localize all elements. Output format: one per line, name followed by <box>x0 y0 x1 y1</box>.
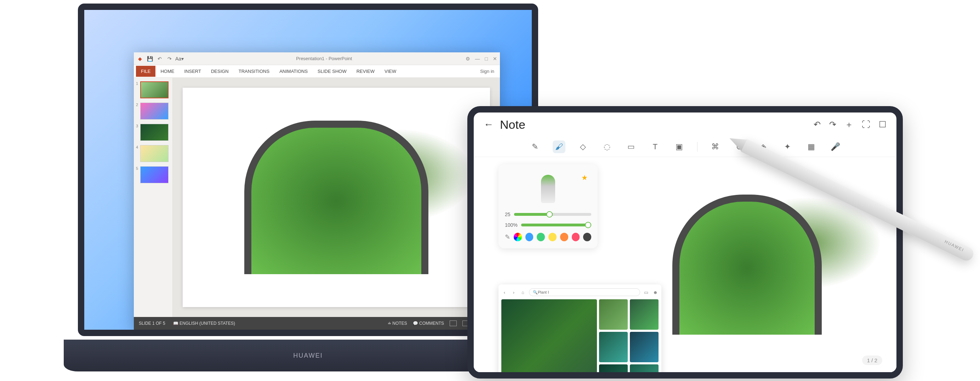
text-tool-icon[interactable]: T <box>649 140 662 153</box>
maximize-button[interactable]: □ <box>485 56 488 62</box>
powerpoint-icon: ◆ <box>137 56 143 62</box>
tab-review[interactable]: REVIEW <box>352 66 380 77</box>
browser-tabs-icon[interactable]: ▭ <box>643 289 649 295</box>
back-icon[interactable]: ← <box>484 119 493 130</box>
color-swatch-orange[interactable] <box>560 233 568 241</box>
slide-thumb-4[interactable]: 4 <box>136 145 170 162</box>
close-button[interactable]: ✕ <box>493 56 497 62</box>
powerpoint-window: ◆ 💾 ↶ ↷ Aa▾ Presentation1 - PowerPoint ⚙… <box>134 52 500 330</box>
slide-canvas-area[interactable] <box>173 78 500 317</box>
image-result-thumb[interactable] <box>599 299 628 330</box>
tab-animations[interactable]: ANIMATIONS <box>274 66 313 77</box>
status-slide-count: SLIDE 1 OF 5 <box>139 321 165 326</box>
brush-opacity-label: 100% <box>505 222 518 228</box>
tab-home[interactable]: HOME <box>156 66 179 77</box>
window-controls: ⚙ — □ ✕ <box>466 56 497 62</box>
touch-mode-icon[interactable]: Aa▾ <box>176 56 183 62</box>
image-result-thumb[interactable] <box>599 332 628 362</box>
add-icon[interactable]: ＋ <box>845 119 853 130</box>
browser-bar: ‹ › ⌂ 🔍 Plant I ▭ ☻ <box>501 287 659 297</box>
note-title: Note <box>500 118 525 132</box>
color-swatch-red[interactable] <box>572 233 580 241</box>
current-slide[interactable] <box>183 88 490 307</box>
slide-thumbnail-panel[interactable]: 1 2 3 4 5 <box>134 78 173 317</box>
pen-tool-icon[interactable]: ✎ <box>528 140 541 153</box>
brush-settings-panel: 25 100% ✎ <box>498 164 598 248</box>
normal-view-icon[interactable] <box>450 321 457 326</box>
brush-opacity-slider[interactable]: 100% <box>505 222 591 228</box>
slide-thumb-1[interactable]: 1 <box>136 81 170 98</box>
slide-thumb-3[interactable]: 3 <box>136 124 170 141</box>
pp-statusbar: SLIDE 1 OF 5 📖 ENGLISH (UNITED STATES) ≐… <box>134 317 500 330</box>
image-results-grid <box>501 299 659 378</box>
tablet-device: ← Note ↶ ↷ ＋ ⛶ ☐ ✎ 🖌 ◇ ◌ ▭ T ▣ ⌘ ⊕ ◈ ✦ ▦… <box>467 106 903 378</box>
color-palette: ✎ <box>505 233 591 241</box>
color-swatch-yellow[interactable] <box>549 233 557 241</box>
image-result-thumb[interactable] <box>630 364 659 378</box>
pp-menubar: FILE HOME INSERT DESIGN TRANSITIONS ANIM… <box>134 65 500 78</box>
brush-size-slider[interactable]: 25 <box>505 211 591 217</box>
tab-insert[interactable]: INSERT <box>179 66 206 77</box>
link-tool-icon[interactable]: ⌘ <box>709 140 722 153</box>
slide-thumb-2[interactable]: 2 <box>136 103 170 119</box>
note-toolbar: ✎ 🖌 ◇ ◌ ▭ T ▣ ⌘ ⊕ ◈ ✦ ▦ 🎤 <box>474 137 896 157</box>
image-tool-icon[interactable]: ▣ <box>673 140 686 153</box>
eraser-tool-icon[interactable]: ◇ <box>577 140 590 153</box>
image-result-thumb[interactable] <box>599 364 628 378</box>
tab-view[interactable]: VIEW <box>380 66 401 77</box>
browser-forward-icon[interactable]: › <box>511 289 517 295</box>
slide-illustration <box>183 88 490 307</box>
window-title: Presentation1 - PowerPoint <box>183 56 466 61</box>
minimize-button[interactable]: — <box>475 56 480 62</box>
status-language[interactable]: 📖 ENGLISH (UNITED STATES) <box>173 321 235 326</box>
stylus-brand-label: HUAWEI <box>944 239 965 253</box>
page-indicator: 1 / 2 <box>862 356 882 365</box>
pp-titlebar: ◆ 💾 ↶ ↷ Aa▾ Presentation1 - PowerPoint ⚙… <box>134 52 500 65</box>
image-result-main[interactable] <box>501 299 597 378</box>
toolbar-separator <box>697 142 697 152</box>
tab-slideshow[interactable]: SLIDE SHOW <box>313 66 352 77</box>
browser-back-icon[interactable]: ‹ <box>501 289 508 295</box>
color-swatch-black[interactable] <box>583 233 591 241</box>
brush-preview <box>505 171 591 206</box>
comments-toggle[interactable]: 💬 COMMENTS <box>413 321 444 326</box>
brush-tool-icon[interactable]: 🖌 <box>553 140 565 153</box>
color-picker-icon[interactable] <box>514 233 522 241</box>
image-result-thumb[interactable] <box>630 332 659 362</box>
browser-search-input[interactable]: 🔍 Plant I <box>529 288 640 296</box>
color-swatch-blue[interactable] <box>525 233 533 241</box>
browser-home-icon[interactable]: ⌂ <box>520 289 526 295</box>
note-header-actions: ↶ ↷ ＋ ⛶ ☐ <box>814 119 886 130</box>
undo-icon[interactable]: ↶ <box>156 56 163 62</box>
expand-icon[interactable]: ⛶ <box>862 119 870 130</box>
more-icon[interactable]: ☐ <box>879 119 886 130</box>
redo-icon[interactable]: ↷ <box>166 56 173 62</box>
pp-body: 1 2 3 4 5 <box>134 78 500 317</box>
lasso-tool-icon[interactable]: ◌ <box>601 140 614 153</box>
fx-tool-icon[interactable]: ✦ <box>781 140 794 153</box>
shape-tool-icon[interactable]: ▭ <box>625 140 638 153</box>
eyedropper-icon[interactable]: ✎ <box>505 233 510 241</box>
tab-transitions[interactable]: TRANSITIONS <box>234 66 274 77</box>
quick-access-toolbar: ◆ 💾 ↶ ↷ Aa▾ <box>137 56 183 62</box>
laptop-brand-label: HUAWEI <box>293 352 323 359</box>
ribbon-options-icon[interactable]: ⚙ <box>466 56 470 62</box>
tab-design[interactable]: DESIGN <box>206 66 234 77</box>
brush-size-label: 25 <box>505 211 511 217</box>
undo-icon[interactable]: ↶ <box>814 119 821 130</box>
notes-toggle[interactable]: ≐ NOTES <box>388 321 407 326</box>
save-icon[interactable]: 💾 <box>146 56 153 62</box>
slide-thumb-5[interactable]: 5 <box>136 166 170 183</box>
image-result-thumb[interactable] <box>630 299 659 330</box>
grid-tool-icon[interactable]: ▦ <box>805 140 818 153</box>
redo-icon[interactable]: ↷ <box>829 119 836 130</box>
sign-in-link[interactable]: Sign in <box>480 68 498 74</box>
note-header: ← Note ↶ ↷ ＋ ⛶ ☐ <box>474 113 896 137</box>
tab-file[interactable]: FILE <box>136 66 156 77</box>
reference-browser-panel: ‹ › ⌂ 🔍 Plant I ▭ ☻ <box>498 284 661 378</box>
browser-profile-icon[interactable]: ☻ <box>652 289 659 295</box>
mic-tool-icon[interactable]: 🎤 <box>829 140 842 153</box>
color-swatch-green[interactable] <box>537 233 545 241</box>
